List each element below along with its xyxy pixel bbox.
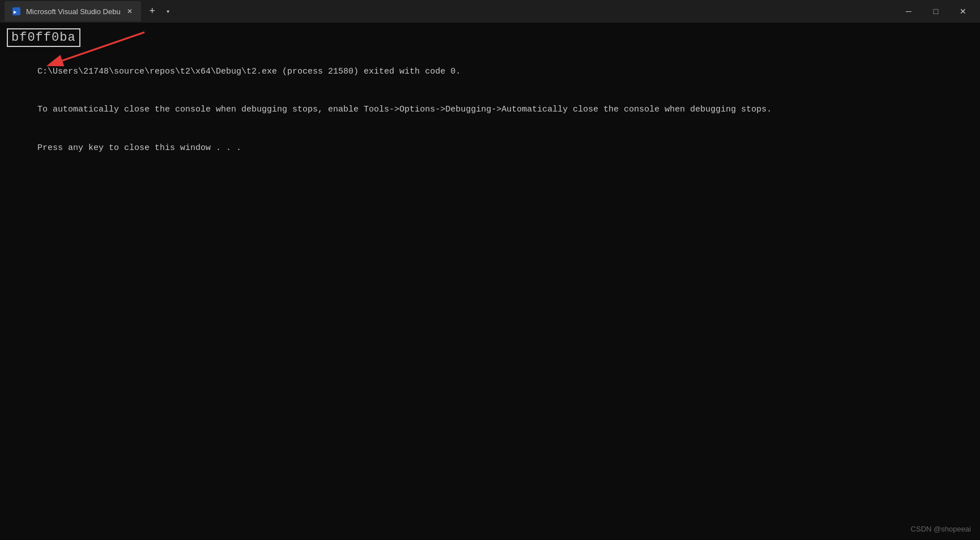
tab-label: Microsoft Visual Studio Debu: [26, 7, 121, 16]
active-tab[interactable]: ▶ Microsoft Visual Studio Debu ✕: [5, 1, 141, 22]
tab-area: ▶ Microsoft Visual Studio Debu ✕ + ▾: [5, 1, 896, 22]
maximize-button[interactable]: □: [923, 2, 948, 20]
tab-close-button[interactable]: ✕: [125, 7, 134, 16]
close-button[interactable]: ✕: [951, 2, 975, 20]
tab-dropdown-button[interactable]: ▾: [160, 3, 176, 19]
console-output: C:\Users\21748\source\repos\t2\x64\Debug…: [7, 53, 973, 168]
console-line2: To automatically close the console when …: [37, 105, 772, 114]
svg-text:▶: ▶: [14, 9, 17, 15]
app-window: ▶ Microsoft Visual Studio Debu ✕ + ▾ ─ □…: [0, 0, 980, 540]
minimize-button[interactable]: ─: [896, 2, 921, 20]
console-area: bf0ff0ba C:\Users\21748\source\repos\t2\…: [0, 23, 980, 540]
title-bar: ▶ Microsoft Visual Studio Debu ✕ + ▾ ─ □…: [0, 0, 980, 23]
watermark: CSDN @shopeeai: [911, 525, 971, 533]
output-value-box: bf0ff0ba: [7, 28, 80, 47]
console-line3: Press any key to close this window . . .: [37, 143, 241, 153]
console-line1: C:\Users\21748\source\repos\t2\x64\Debug…: [37, 67, 461, 76]
window-controls: ─ □ ✕: [896, 2, 975, 20]
tab-icon: ▶: [11, 6, 22, 16]
new-tab-button[interactable]: +: [144, 3, 160, 19]
output-value: bf0ff0ba: [11, 31, 76, 45]
